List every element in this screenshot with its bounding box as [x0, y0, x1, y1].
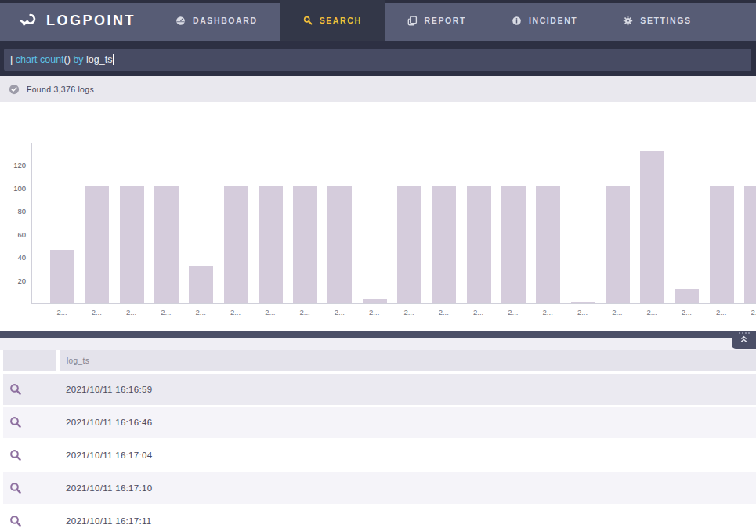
query-segment: log_ts [84, 54, 113, 65]
x-axis-label: 2... [535, 308, 560, 317]
chart-bar[interactable] [224, 186, 248, 303]
log-ts-value: 2021/10/11 16:16:46 [60, 418, 152, 427]
bar-chart: 2...2...2...2...2...2...2...2...2...2...… [0, 102, 756, 331]
y-axis-label: 80 [2, 207, 26, 216]
table-gap [0, 338, 756, 350]
x-axis-label: 2... [396, 308, 421, 317]
chart-bar[interactable] [675, 289, 699, 303]
x-axis-label: 2... [223, 308, 248, 317]
chart-plot-area [31, 143, 756, 304]
x-axis-label: 2... [188, 308, 213, 317]
chart-bar[interactable] [189, 266, 213, 303]
nav-tab-settings[interactable]: SETTINGS [600, 0, 714, 41]
y-axis-label: 100 [2, 184, 26, 194]
panel-divider [0, 331, 756, 338]
x-axis-label: 2... [362, 308, 387, 317]
log-ts-value: 2021/10/11 16:17:04 [60, 451, 152, 460]
y-axis-label: 120 [2, 161, 26, 170]
x-axis-label: 2... [674, 308, 699, 317]
chart-bar[interactable] [120, 186, 144, 303]
table-row[interactable]: 2021/10/11 16:17:10 [3, 472, 756, 505]
query-bar: | chart count() by log_ts [0, 41, 756, 76]
log-ts-value: 2021/10/11 16:16:59 [60, 385, 152, 394]
chart-bar[interactable] [363, 299, 387, 303]
table-body: 2021/10/11 16:16:592021/10/11 16:16:4620… [3, 374, 756, 532]
table-row[interactable]: 2021/10/11 16:16:46 [3, 407, 756, 440]
chart-bar[interactable] [640, 151, 664, 303]
top-navigation: LOGPOINT DASHBOARDSEARCHREPORTINCIDENTSE… [0, 0, 756, 41]
log-ts-column-header[interactable]: log_ts [60, 350, 756, 371]
x-axis-label: 2... [292, 308, 317, 317]
nav-tab-label: INCIDENT [529, 16, 577, 25]
table-header: log_ts [3, 350, 756, 371]
logpoint-logo[interactable]: LOGPOINT [0, 0, 153, 41]
x-axis-label: 2... [639, 308, 664, 317]
query-segment: chart count [16, 54, 64, 65]
nav-tab-search[interactable]: SEARCH [280, 0, 385, 41]
query-pipe: | [10, 54, 16, 65]
chevron-double-up-icon [740, 335, 748, 342]
table-row[interactable]: 2021/10/11 16:17:04 [3, 440, 756, 472]
logo-text: LOGPOINT [46, 13, 136, 29]
table-row[interactable]: 2021/10/11 16:16:59 [3, 374, 756, 407]
magnifier-icon[interactable] [3, 416, 60, 429]
log-table: log_ts 2021/10/11 16:16:592021/10/11 16:… [3, 350, 756, 532]
chart-bar[interactable] [467, 186, 491, 303]
table-row[interactable]: 2021/10/11 16:17:11 [3, 505, 756, 532]
x-axis-label: 2... [605, 308, 630, 317]
dashboard-icon [175, 16, 186, 26]
report-icon [407, 16, 418, 26]
icon-column-header [3, 350, 56, 371]
chart-bar[interactable] [432, 186, 456, 303]
magnifier-icon[interactable] [3, 383, 60, 396]
result-count-text: Found 3,376 logs [27, 85, 94, 94]
x-axis-label: 2... [431, 308, 456, 317]
chart-bar[interactable] [397, 186, 421, 303]
status-bar: Found 3,376 logs [0, 76, 756, 102]
query-segment: () [64, 54, 74, 65]
chart-bar[interactable] [571, 302, 595, 303]
chart-bar[interactable] [50, 250, 74, 303]
nav-tab-label: DASHBOARD [193, 16, 258, 25]
x-axis-label: 2... [49, 308, 74, 317]
magnifier-icon[interactable] [3, 449, 60, 461]
chart-bar[interactable] [154, 186, 179, 303]
incident-icon [512, 16, 522, 26]
y-axis-label: 40 [2, 253, 26, 262]
x-axis-label: 2... [258, 308, 283, 317]
nav-tab-label: SEARCH [320, 16, 362, 25]
chart-bar[interactable] [536, 186, 560, 303]
search-icon [303, 16, 313, 25]
query-segment: by [73, 54, 83, 65]
chart-bar[interactable] [744, 186, 756, 303]
text-cursor [113, 54, 114, 65]
chart-bar[interactable] [606, 186, 630, 303]
collapse-panel-button[interactable] [732, 331, 756, 349]
log-ts-value: 2021/10/11 16:17:11 [60, 516, 152, 526]
nav-tab-label: SETTINGS [640, 16, 691, 25]
x-axis-label: 2... [466, 308, 491, 317]
chart-bar[interactable] [259, 186, 283, 303]
drag-handle-dots [739, 332, 750, 334]
x-axis-label: 2... [84, 308, 109, 317]
magnifier-icon[interactable] [3, 515, 60, 527]
magnifier-icon[interactable] [3, 482, 60, 494]
chart-bar[interactable] [327, 186, 352, 303]
settings-icon [623, 16, 633, 26]
chart-bar[interactable] [501, 186, 526, 303]
search-query-input[interactable]: | chart count() by log_ts [4, 49, 751, 71]
logpoint-logo-icon [19, 13, 38, 29]
y-axis-label: 60 [2, 230, 26, 240]
chart-bar[interactable] [710, 186, 734, 303]
x-axis-label: 2... [570, 308, 595, 317]
x-axis-label: 2... [709, 308, 734, 317]
chart-bar[interactable] [85, 186, 109, 303]
check-circle-icon [9, 84, 20, 95]
nav-tab-report[interactable]: REPORT [385, 0, 489, 41]
chart-bar[interactable] [293, 186, 317, 303]
x-axis-label: 2... [119, 308, 144, 317]
nav-tab-dashboard[interactable]: DASHBOARD [153, 0, 280, 41]
nav-tab-incident[interactable]: INCIDENT [489, 0, 600, 41]
nav-tab-label: REPORT [425, 16, 466, 25]
x-axis-label: 2... [743, 308, 756, 317]
